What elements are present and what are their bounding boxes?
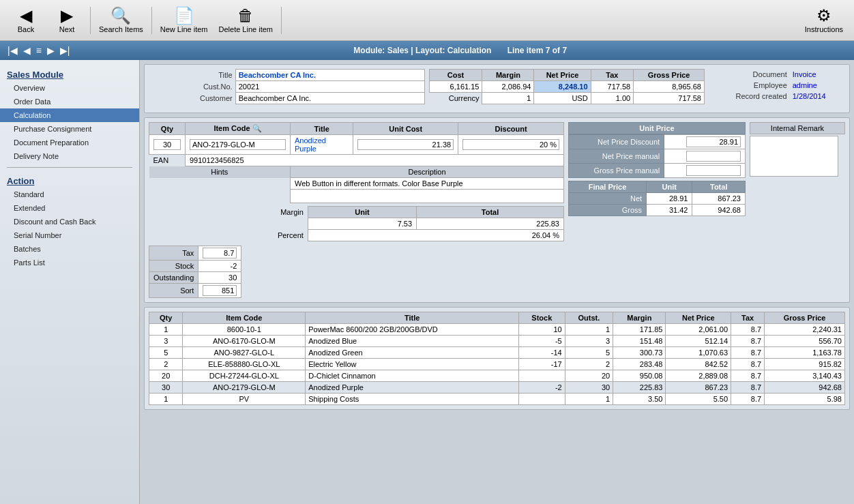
table-row[interactable]: 18600-10-1PowerMac 8600/200 2GB/200GB/DV… — [149, 324, 845, 336]
cell-item_code: 8600-10-1 — [183, 324, 306, 336]
sort-value[interactable] — [198, 284, 241, 298]
cell-qty: 5 — [149, 347, 183, 359]
title-value: Beachcomber CA Inc. — [235, 70, 424, 81]
table-row[interactable]: 3ANO-6170-GLO-MAnodized Blue-53151.48512… — [149, 336, 845, 347]
new-line-item-button[interactable]: 📄 New Line item — [155, 5, 214, 36]
internal-remark-label: Internal Remark — [750, 122, 845, 134]
document-value: Invoice — [790, 69, 845, 80]
cell-outst: 1 — [565, 394, 613, 405]
cell-net_price: 842.52 — [666, 359, 731, 370]
instructions-button[interactable]: ⚙ Instructions — [799, 5, 849, 36]
cell-tax: 8.7 — [731, 382, 765, 394]
unit-cost-value[interactable] — [353, 135, 458, 155]
search-items-button[interactable]: 🔍 Search Items — [93, 5, 149, 36]
sidebar-item-overview[interactable]: Overview — [0, 81, 139, 95]
nav-list-button[interactable]: ≡ — [34, 45, 44, 56]
action-title[interactable]: Action — [0, 172, 139, 188]
cell-gross_price: 915.82 — [765, 359, 845, 370]
discount-input[interactable] — [462, 139, 559, 150]
usd-value: USD — [534, 93, 591, 104]
net-price-discount-label: Net Price Discount — [569, 135, 664, 149]
lines-tbody: 18600-10-1PowerMac 8600/200 2GB/200GB/DV… — [149, 324, 845, 405]
outstanding-value: 30 — [198, 272, 241, 284]
net-price-manual-input[interactable] — [686, 151, 741, 162]
table-row[interactable]: 30ANO-2179-GLO-MAnodized Purple-230225.8… — [149, 382, 845, 394]
lines-title-header: Title — [306, 312, 519, 324]
nav-first-button[interactable]: |◀ — [5, 45, 20, 56]
internal-remark-box[interactable] — [750, 136, 838, 177]
cust-no-label: Cust.No. — [149, 81, 235, 93]
table-row[interactable]: 1PVShipping Costs13.505.508.75.98 — [149, 394, 845, 405]
cost-info: Cost Margin Net Price Tax Gross Price 6,… — [429, 69, 705, 104]
sidebar-item-order-data[interactable]: Order Data — [0, 95, 139, 108]
cell-outst: 3 — [565, 336, 613, 347]
discount-value[interactable] — [458, 135, 564, 155]
cell-net_price: 2,061.00 — [666, 324, 731, 336]
sidebar-item-calculation[interactable]: Calculation — [0, 108, 139, 122]
sidebar-item-purchase-consignment[interactable]: Purchase Consignment — [0, 122, 139, 136]
qty-value[interactable] — [149, 135, 186, 155]
calc-item-left: Qty Item Code 🔍 Title Unit Cost Discount — [149, 122, 564, 241]
gross-price-manual-input[interactable] — [686, 165, 741, 176]
cell-stock: -17 — [518, 359, 565, 370]
sidebar-item-extended[interactable]: Extended — [0, 201, 139, 215]
gross-price-manual-value[interactable] — [664, 164, 746, 178]
lines-stock-header: Stock — [518, 312, 565, 324]
currency-label: Currency — [429, 93, 482, 104]
cell-stock: 10 — [518, 324, 565, 336]
cost-label: Cost — [429, 70, 482, 81]
item-code-search-icon[interactable]: 🔍 — [252, 124, 262, 132]
nav-prev-button[interactable]: ◀ — [21, 45, 33, 56]
cell-stock — [518, 394, 565, 405]
cell-qty: 1 — [149, 324, 183, 336]
cell-tax: 8.7 — [731, 336, 765, 347]
sales-module-title[interactable]: Sales Module — [0, 65, 139, 81]
module-layout-label: Module: Sales | Layout: Calculation Line… — [353, 46, 567, 55]
cell-title: D-Chiclet Cinnamon — [306, 370, 519, 382]
delete-line-item-icon: 🗑 — [237, 8, 254, 24]
sidebar-item-discount-cashback[interactable]: Discount and Cash Back — [0, 215, 139, 228]
unit-cost-input[interactable] — [357, 139, 454, 150]
cell-margin: 300.73 — [613, 347, 666, 359]
nav-last-button[interactable]: ▶| — [58, 45, 72, 56]
qty-input[interactable] — [153, 139, 181, 150]
lines-gross-price-header: Gross Price — [765, 312, 845, 324]
doc-info: Document Invoice Employee admine Record … — [709, 69, 845, 104]
cell-tax: 8.7 — [731, 347, 765, 359]
lines-table-wrapper: Qty Item Code Title Stock Outst. Margin … — [149, 312, 845, 405]
tax-value[interactable] — [198, 246, 241, 261]
sidebar-item-parts-list[interactable]: Parts List — [0, 256, 139, 269]
stock-value: -2 — [198, 261, 241, 272]
currency-value: 1 — [482, 93, 534, 104]
main: Sales Module Overview Order Data Calcula… — [0, 60, 854, 504]
net-price-discount-input[interactable] — [686, 136, 741, 147]
item-code-input[interactable] — [190, 139, 286, 150]
net-price-manual-value[interactable] — [664, 149, 746, 164]
table-row[interactable]: 20DCH-27244-GLO-XLD-Chiclet Cinnamon2095… — [149, 370, 845, 382]
navbar: |◀ ◀ ≡ ▶ ▶| Module: Sales | Layout: Calc… — [0, 41, 854, 60]
sidebar-item-document-preparation[interactable]: Document Preparation — [0, 136, 139, 149]
gross-price-header: Gross Price — [634, 70, 705, 81]
next-icon: ▶ — [61, 8, 73, 24]
sidebar-item-serial-number[interactable]: Serial Number — [0, 228, 139, 242]
sidebar-item-delivery-note[interactable]: Delivery Note — [0, 149, 139, 163]
next-button[interactable]: ▶ Next — [46, 5, 87, 36]
tax-value: 717.58 — [591, 81, 634, 93]
sort-input[interactable] — [203, 285, 237, 296]
sidebar-item-standard[interactable]: Standard — [0, 188, 139, 201]
margin-empty — [149, 218, 308, 230]
tax-header: Tax — [591, 70, 634, 81]
tax-input[interactable] — [203, 248, 237, 258]
back-button[interactable]: ◀ Back — [5, 5, 46, 36]
item-code-value[interactable] — [186, 135, 291, 155]
cell-stock: -2 — [518, 382, 565, 394]
margin-table: Margin Unit Total 7.53 225.83 Percent 26… — [149, 206, 564, 241]
table-row[interactable]: 2ELE-858880-GLO-XLElectric Yellow-172283… — [149, 359, 845, 370]
lines-qty-header: Qty — [149, 312, 183, 324]
table-row[interactable]: 5ANO-9827-GLO-LAnodized Green-145300.731… — [149, 347, 845, 359]
sidebar-item-batches[interactable]: Batches — [0, 242, 139, 256]
nav-next-button[interactable]: ▶ — [45, 45, 57, 56]
delete-line-item-button[interactable]: 🗑 Delete Line item — [214, 5, 279, 36]
net-price-discount-value[interactable] — [664, 135, 746, 149]
cell-stock: -5 — [518, 336, 565, 347]
